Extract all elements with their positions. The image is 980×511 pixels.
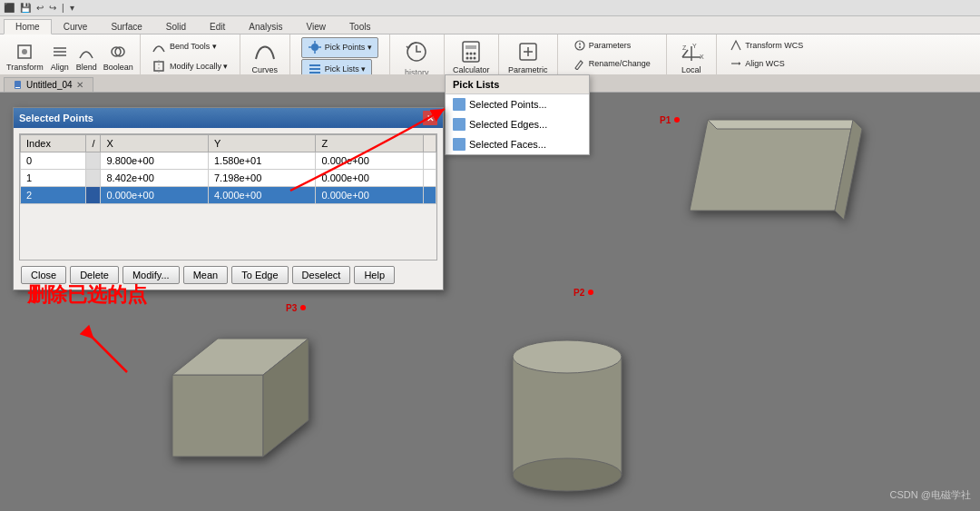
svg-text:X: X (700, 54, 704, 60)
cell-div-1 (86, 170, 101, 187)
tab-view[interactable]: View (295, 19, 338, 34)
col-header-scroll (424, 135, 436, 152)
svg-point-1 (22, 49, 27, 54)
dropdown-item-label-3: Selected Faces... (469, 139, 546, 150)
cell-y-1: 7.198e+00 (208, 170, 316, 187)
calculator-btn[interactable]: Calculator (450, 37, 493, 77)
cell-scroll-2 (424, 187, 436, 204)
col-header-y: Y (208, 135, 316, 152)
shape-box (154, 302, 336, 484)
svg-point-24 (474, 53, 476, 55)
table-row-selected[interactable]: 2 0.000e+00 4.000e+00 0.000e+00 (21, 187, 436, 204)
align-wcs-btn[interactable]: Align WCS (727, 55, 788, 73)
shape-cylinder (495, 311, 640, 493)
annotation-text: 删除已选的点 (27, 281, 147, 309)
cell-z-1: 0.000e+00 (316, 170, 424, 187)
undo-quick[interactable]: ↩ (36, 3, 44, 13)
dropdown-item-icon (453, 98, 466, 111)
dropdown-selected-points[interactable]: Selected Points... (446, 94, 589, 114)
watermark: CSDN @电磁学社 (890, 488, 971, 502)
shapes-btns: Transform Align Blend Boolean (4, 37, 136, 77)
more-quick[interactable]: ▾ (70, 3, 74, 13)
doc-tab-untitled[interactable]: Untitled_04 ✕ (4, 77, 93, 92)
svg-point-33 (579, 46, 581, 48)
modify-locally-label: Modify Locally ▾ (170, 62, 229, 72)
dropdown-selected-edges[interactable]: Selected Edges... (446, 114, 589, 134)
bend-tools-btn[interactable]: Bend Tools ▾ (149, 37, 220, 56)
curves-btn[interactable]: Curves (249, 37, 280, 77)
boolean-btn[interactable]: Boolean (101, 40, 136, 74)
points-table: Index / X Y Z 0 9.800e+00 1.580e+01 0. (20, 134, 436, 204)
svg-point-22 (466, 53, 469, 55)
transform-wcs-btn[interactable]: Transform WCS (727, 37, 806, 54)
svg-marker-56 (690, 120, 853, 211)
svg-point-10 (311, 44, 318, 51)
pick-lists-dropdown: Pick Lists Selected Points... Selected E… (445, 74, 590, 155)
dialog-close-btn[interactable]: ✕ (423, 111, 437, 125)
doc-tab-name: Untitled_04 (26, 80, 73, 90)
dropdown-selected-faces[interactable]: Selected Faces... (446, 134, 589, 154)
cell-x-0: 9.800e+00 (101, 152, 209, 170)
cell-y-2: 4.000e+00 (208, 187, 316, 204)
svg-point-59 (674, 117, 680, 123)
svg-point-55 (588, 290, 593, 295)
svg-line-39 (682, 50, 688, 57)
col-header-div: / (86, 135, 101, 152)
shape-plane (653, 111, 889, 229)
svg-point-51 (300, 305, 306, 310)
doc-tab-close[interactable]: ✕ (76, 80, 83, 90)
svg-rect-15 (309, 64, 320, 66)
cell-z-2: 0.000e+00 (316, 187, 424, 204)
tab-solid[interactable]: Solid (154, 19, 198, 34)
svg-rect-21 (466, 45, 476, 49)
modify-locally-btn[interactable]: Modify Locally ▾ (149, 57, 231, 76)
cell-y-0: 1.580e+01 (208, 152, 316, 170)
pick-points-btn[interactable]: Pick Points ▾ (301, 37, 378, 58)
tab-curve[interactable]: Curve (52, 19, 100, 34)
rename-btn[interactable]: Rename/Change (571, 55, 653, 73)
parameters-btn[interactable]: Parameters (571, 37, 634, 54)
table-row[interactable]: 0 9.800e+00 1.580e+01 0.000e+00 (21, 152, 436, 170)
svg-point-23 (470, 53, 473, 55)
cell-z-0: 0.000e+00 (316, 152, 424, 170)
point-label-p1: P1 (660, 115, 681, 125)
cell-index-1: 1 (21, 170, 86, 187)
cell-div-0 (86, 152, 101, 170)
selected-points-dialog: Selected Points ✕ Index / X Y Z 0 (13, 107, 444, 290)
tab-tools[interactable]: Tools (338, 19, 382, 34)
tab-surface[interactable]: Surface (99, 19, 153, 34)
separator: | (62, 3, 64, 13)
bend-tools-label: Bend Tools ▾ (170, 42, 217, 52)
pick-points-label: Pick Points ▾ (325, 43, 372, 53)
tab-analysis[interactable]: Analysis (237, 19, 294, 34)
dropdown-item-icon-3 (453, 138, 466, 151)
align-btn[interactable]: Align (47, 40, 73, 74)
quick-access-bar: ⬛ 💾 ↩ ↪ | ▾ (0, 0, 980, 16)
table-row[interactable]: 1 8.402e+00 7.198e+00 0.000e+00 (21, 170, 436, 187)
blend-btn[interactable]: Blend (74, 40, 100, 74)
cell-index-2: 2 (21, 187, 86, 204)
svg-point-54 (513, 458, 622, 491)
save-quick[interactable]: 💾 (20, 3, 31, 13)
help-btn[interactable]: Help (354, 266, 395, 284)
to-edge-btn[interactable]: To Edge (231, 266, 288, 284)
history-btn[interactable] (401, 37, 432, 67)
parameters-label: Parameters (589, 41, 632, 51)
dropdown-header: Pick Lists (446, 75, 589, 94)
cell-scroll-0 (424, 152, 436, 170)
points-table-wrapper[interactable]: Index / X Y Z 0 9.800e+00 1.580e+01 0. (19, 133, 437, 260)
col-header-z: Z (316, 135, 424, 152)
tab-edit[interactable]: Edit (198, 19, 237, 34)
redo-quick[interactable]: ↪ (49, 3, 56, 13)
transform-wcs-label: Transform WCS (745, 41, 803, 51)
align-wcs-label: Align WCS (745, 59, 785, 69)
app-icon: ⬛ (4, 3, 15, 13)
tab-home[interactable]: Home (4, 19, 52, 34)
mean-btn[interactable]: Mean (183, 266, 229, 284)
svg-marker-44 (739, 62, 740, 65)
cell-scroll-1 (424, 170, 436, 187)
point-label-p2: P2 (573, 288, 594, 298)
dialog-titlebar: Selected Points ✕ (14, 108, 443, 128)
deselect-btn[interactable]: Deselect (292, 266, 351, 284)
transform-btn[interactable]: Transform (4, 40, 46, 74)
